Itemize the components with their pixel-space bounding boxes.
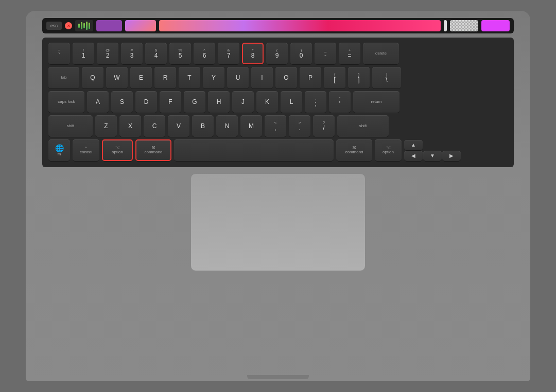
key-control[interactable]: ^ control	[73, 139, 99, 161]
key-i[interactable]: I	[251, 67, 273, 88]
key-command-right[interactable]: ⌘ command	[336, 139, 372, 161]
trackpad-container	[42, 173, 514, 271]
esc-key[interactable]: esc	[46, 22, 62, 30]
key-fn[interactable]: 🌐 fn	[48, 139, 70, 161]
key-option-left[interactable]: ⌥ option	[102, 139, 133, 161]
key-option-right[interactable]: ⌥ option	[375, 139, 402, 161]
key-arrow-right[interactable]: ▶	[442, 151, 461, 161]
qwerty-row: tab Q W E R T Y U I O P {[ }] |\	[48, 67, 508, 88]
brightness-control[interactable]	[75, 20, 93, 31]
key-c[interactable]: C	[144, 115, 165, 137]
key-1[interactable]: !1	[73, 43, 94, 64]
key-7[interactable]: &7	[218, 43, 239, 64]
key-x[interactable]: X	[119, 115, 141, 137]
key-y[interactable]: Y	[203, 67, 224, 88]
key-n[interactable]: N	[216, 115, 238, 137]
key-g[interactable]: G	[184, 91, 205, 113]
key-q[interactable]: Q	[82, 67, 103, 88]
key-r[interactable]: R	[154, 67, 176, 88]
touch-bar: esc ✕	[42, 18, 514, 33]
arrow-cluster: ▲ ◀ ▼ ▶	[404, 140, 461, 161]
laptop-body: esc ✕ ~` !1 @2 #3 $4 %5 ^6 &7 *8	[26, 11, 530, 381]
modifier-row: 🌐 fn ^ control ⌥ option ⌘ command ⌘ comm…	[48, 139, 508, 161]
key-slash[interactable]: ?/	[313, 115, 335, 137]
key-a[interactable]: A	[87, 91, 109, 113]
key-minus[interactable]: _-	[315, 43, 336, 64]
key-3[interactable]: #3	[121, 43, 143, 64]
tb-segment-4	[450, 20, 478, 31]
keyboard: ~` !1 @2 #3 $4 %5 ^6 &7 *8 (9 )0 _- += d…	[42, 38, 514, 167]
key-space[interactable]	[174, 139, 334, 161]
key-backslash[interactable]: |\	[372, 67, 401, 88]
key-rshift[interactable]: shift	[337, 115, 389, 137]
key-equals[interactable]: +=	[339, 43, 360, 64]
key-2[interactable]: @2	[97, 43, 118, 64]
key-lshift[interactable]: shift	[48, 115, 93, 137]
key-v[interactable]: V	[168, 115, 189, 137]
key-b[interactable]: B	[192, 115, 214, 137]
key-tab[interactable]: tab	[48, 67, 79, 88]
tb-segment-1[interactable]	[96, 20, 122, 31]
key-quote[interactable]: "'	[329, 91, 351, 113]
key-0[interactable]: )0	[290, 43, 312, 64]
key-9[interactable]: (9	[266, 43, 288, 64]
key-k[interactable]: K	[256, 91, 278, 113]
key-semicolon[interactable]: :;	[305, 91, 326, 113]
key-return[interactable]: return	[353, 91, 399, 113]
key-z[interactable]: Z	[95, 115, 117, 137]
key-h[interactable]: H	[208, 91, 230, 113]
zxcv-row: shift Z X C V B N M <, >. ?/ shift	[48, 115, 508, 137]
key-p[interactable]: P	[300, 67, 321, 88]
key-tilde[interactable]: ~`	[48, 43, 70, 64]
number-row: ~` !1 @2 #3 $4 %5 ^6 &7 *8 (9 )0 _- += d…	[48, 43, 508, 64]
asdf-row: caps lock A S D F G H J K L :; "' return	[48, 91, 508, 113]
key-6[interactable]: ^6	[194, 43, 215, 64]
key-period[interactable]: >.	[289, 115, 310, 137]
key-arrow-down[interactable]: ▼	[423, 151, 442, 161]
key-o[interactable]: O	[275, 67, 297, 88]
key-s[interactable]: S	[111, 91, 133, 113]
key-8[interactable]: *8	[242, 43, 264, 64]
bottom-notch	[247, 375, 309, 379]
key-delete[interactable]: delete	[363, 43, 399, 64]
key-d[interactable]: D	[135, 91, 157, 113]
tb-segment-3[interactable]	[159, 20, 441, 31]
key-4[interactable]: $4	[145, 43, 167, 64]
key-w[interactable]: W	[106, 67, 128, 88]
tb-segment-5[interactable]	[481, 20, 510, 31]
key-5[interactable]: %5	[169, 43, 191, 64]
key-j[interactable]: J	[232, 91, 254, 113]
key-comma[interactable]: <,	[265, 115, 286, 137]
key-arrow-up[interactable]: ▲	[404, 140, 423, 150]
key-e[interactable]: E	[130, 67, 152, 88]
key-rbracket[interactable]: }]	[348, 67, 370, 88]
key-capslock[interactable]: caps lock	[48, 91, 84, 113]
key-m[interactable]: M	[240, 115, 262, 137]
key-f[interactable]: F	[160, 91, 181, 113]
tb-segment-2[interactable]	[125, 20, 156, 31]
key-command-left[interactable]: ⌘ command	[135, 139, 171, 161]
key-lbracket[interactable]: {[	[324, 67, 345, 88]
key-t[interactable]: T	[179, 67, 200, 88]
key-arrow-left[interactable]: ◀	[404, 151, 423, 161]
key-l[interactable]: L	[281, 91, 302, 113]
trackpad[interactable]	[190, 173, 366, 271]
close-button[interactable]: ✕	[65, 22, 72, 29]
key-u[interactable]: U	[227, 67, 249, 88]
tb-slider[interactable]	[444, 20, 447, 31]
